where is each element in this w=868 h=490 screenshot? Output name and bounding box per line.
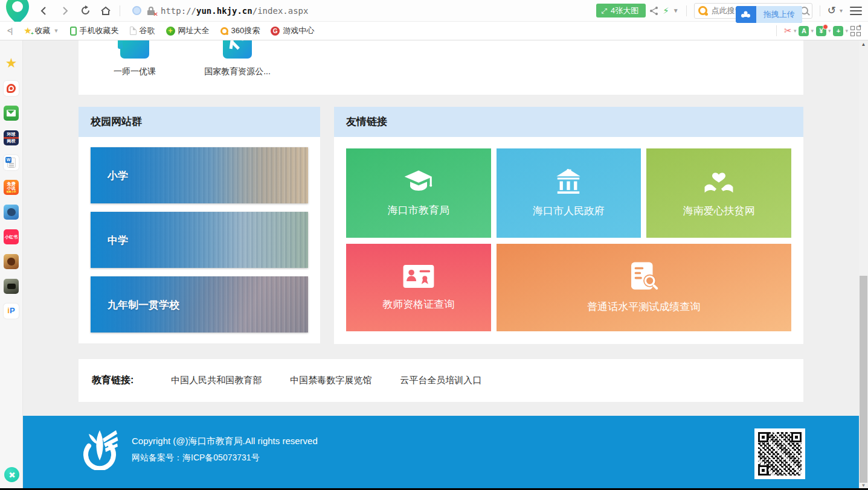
url-path: /index.aspx — [252, 6, 309, 16]
friend-links-section: 友情链接 海口市教育局 — [334, 107, 803, 344]
scroll-up-arrow[interactable]: ▲ — [859, 40, 868, 48]
education-links-label: 教育链接: — [92, 374, 133, 387]
game-app-icon[interactable] — [4, 279, 19, 294]
bookmark-game-center[interactable]: G 游戏中心 — [265, 22, 320, 40]
phone-icon — [70, 27, 77, 36]
insecure-lock-icon: ✕ — [146, 6, 156, 16]
favorites-star-icon[interactable]: ★ — [4, 56, 19, 71]
main-menu-button[interactable] — [850, 7, 862, 15]
translate-tool[interactable]: A▾ — [799, 26, 814, 36]
section-title: 友情链接 — [334, 107, 803, 137]
game-app-icon[interactable] — [4, 205, 19, 220]
banner-nine-year-school[interactable]: 九年制一贯学校 — [91, 276, 308, 332]
gamepad-icon: + — [833, 26, 843, 36]
green-plus-icon — [166, 27, 175, 36]
bookmark-label: 游戏中心 — [283, 25, 314, 36]
copyright-text: Copyright (@)海口市教育局.All rights reserved — [132, 436, 318, 447]
scrollbar-thumb[interactable] — [860, 276, 867, 483]
mail-icon[interactable] — [4, 106, 19, 121]
word-document-icon[interactable]: W — [4, 155, 19, 170]
home-button[interactable] — [95, 2, 116, 19]
government-building-icon — [555, 169, 582, 196]
tile-hainan-charity[interactable]: 海南爱心扶贫网 — [646, 148, 791, 238]
drag-upload-tooltip[interactable]: 拖拽上传 — [736, 6, 802, 23]
shortcut-label: 一师一优课 — [114, 66, 156, 77]
education-bureau-logo — [79, 425, 121, 472]
undo-closed-tab-icon[interactable]: ↺ — [828, 4, 836, 17]
photos-count-button[interactable]: ⤢ 4张大图 — [596, 4, 646, 18]
free-novel-icon[interactable]: 免费 小说 海量小说 — [4, 180, 19, 195]
bookmark-label: 收藏 — [35, 25, 51, 36]
tile-haikou-government[interactable]: 海口市人民政府 — [497, 148, 641, 238]
shortcut-national-edu-resources[interactable]: 国家教育资源公... — [186, 40, 289, 95]
health-assistant-icon[interactable]: ✚ — [4, 467, 19, 482]
star-icon: ★ — [24, 25, 31, 36]
tile-haikou-education-bureau[interactable]: 海口市教育局 — [346, 148, 491, 238]
game-app-icon[interactable] — [4, 254, 19, 269]
refresh-button[interactable] — [75, 2, 95, 19]
url-text[interactable]: http://yun.hkjy.cn/index.aspx — [161, 6, 308, 16]
bookmark-360-search[interactable]: 360搜索 — [215, 22, 266, 40]
shortcut-yishi-youke[interactable]: 一师一优课 — [83, 40, 186, 95]
banner-primary-school[interactable]: 小学 — [91, 147, 308, 203]
360-search-icon — [698, 6, 707, 15]
browser-toolbar: ✕ http://yun.hkjy.cn/index.aspx ⤢ 4张大图 ⚡… — [0, 0, 868, 22]
browser-search-box[interactable]: 拖拽上传 — [694, 3, 812, 19]
page-scrollbar[interactable]: ▲ ▼ — [859, 40, 868, 489]
chevron-down-icon[interactable]: ▼ — [54, 28, 59, 34]
back-button[interactable] — [34, 2, 54, 19]
bookmark-favorites[interactable]: ★ 收藏 ▼ — [18, 22, 64, 40]
link-anti-drug-museum[interactable]: 中国禁毒数字展览馆 — [290, 375, 371, 386]
reader-mode-icon[interactable] — [132, 6, 141, 15]
icp-record-text: 网站备案号：海ICP备05073731号 — [132, 453, 318, 463]
share-icon[interactable] — [649, 6, 659, 16]
link-cloud-training-portal[interactable]: 云平台全员培训入口 — [400, 375, 481, 386]
bookmark-site-directory[interactable]: 网址大全 — [161, 22, 215, 40]
screenshot-tool[interactable]: ✂▾ — [784, 25, 796, 36]
chevron-down-icon[interactable]: ▾ — [840, 7, 843, 14]
wallet-tool[interactable]: ¥▾ — [816, 26, 831, 36]
games-tool[interactable]: +▾ — [833, 26, 848, 36]
bookmark-google[interactable]: 谷歌 — [124, 22, 161, 40]
speed-mode-icon[interactable]: ⚡ — [663, 5, 669, 16]
netdisk-icon — [736, 6, 756, 23]
divider — [120, 5, 120, 16]
tile-putonghua-score-query[interactable]: 普通话水平测试成绩查询 — [497, 244, 791, 331]
weibo-icon[interactable] — [4, 81, 19, 96]
school-sites-section: 校园网站群 小学 中学 九年制一贯学校 — [79, 107, 320, 343]
collapse-sidebar-icon[interactable]: <| — [7, 27, 12, 35]
huanqiu-wangxiao-icon[interactable]: 环球 网校 — [4, 130, 19, 145]
qr-code — [754, 428, 805, 479]
ip-app-icon[interactable]: iP — [4, 304, 19, 319]
divider — [776, 25, 777, 36]
icon-text: 网校 — [7, 139, 16, 144]
tile-label: 海口市人民政府 — [533, 204, 605, 218]
chevron-down-icon[interactable]: ▼ — [673, 7, 679, 14]
bookmark-bar: <| ★ 收藏 ▼ 手机收藏夹 谷歌 网址大全 360搜索 G 游戏中心 ✂▾ … — [0, 22, 868, 40]
360-icon — [220, 27, 228, 35]
bookmark-label: 谷歌 — [140, 25, 155, 36]
photos-count-label: 4张大图 — [611, 5, 638, 16]
browser-logo[interactable] — [0, 0, 34, 22]
tile-label: 海口市教育局 — [388, 203, 449, 217]
browser-side-dock: ★ 环球 网校 W 免费 小说 海量小说 小红书 iP ✚ — [0, 40, 23, 489]
banner-middle-school[interactable]: 中学 — [91, 212, 308, 268]
url-scheme: http:// — [161, 6, 196, 16]
scissors-icon: ✂ — [784, 25, 792, 36]
forward-button[interactable] — [54, 2, 75, 19]
extensions-grid-icon[interactable]: ✦ — [850, 26, 861, 36]
app-icon — [223, 40, 252, 59]
id-card-icon — [402, 264, 435, 289]
page-footer: Copyright (@)海口市教育局.All rights reserved … — [23, 416, 859, 489]
address-bar[interactable]: ✕ http://yun.hkjy.cn/index.aspx — [132, 6, 308, 16]
bookmark-label: 手机收藏夹 — [80, 25, 119, 36]
tile-teacher-certificate-query[interactable]: 教师资格证查询 — [346, 244, 491, 331]
section-title: 校园网站群 — [79, 107, 320, 137]
education-links-bar: 教育链接: 中国人民共和国教育部 中国禁毒数字展览馆 云平台全员培训入口 — [79, 359, 803, 402]
xiaohongshu-icon[interactable]: 小红书 — [4, 229, 19, 244]
bookmark-mobile-favorites[interactable]: 手机收藏夹 — [65, 22, 124, 40]
document-search-icon — [628, 261, 660, 291]
translate-icon: A — [799, 26, 809, 36]
bookmark-label: 网址大全 — [178, 25, 210, 36]
link-moe-china[interactable]: 中国人民共和国教育部 — [171, 375, 262, 386]
